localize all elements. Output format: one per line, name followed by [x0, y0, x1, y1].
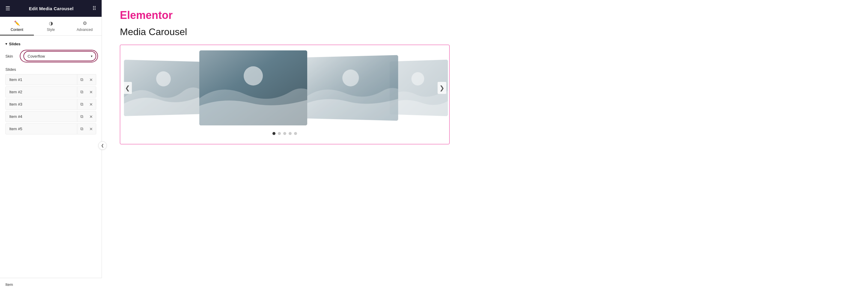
list-item: Item #1 ⧉ ✕: [0, 74, 102, 85]
carousel-dot-4[interactable]: [289, 132, 291, 135]
duplicate-item-1-button[interactable]: ⧉: [77, 75, 86, 85]
list-item: Item #5 ⧉ ✕: [0, 123, 102, 135]
carousel-dot-5[interactable]: [294, 132, 297, 135]
brand-title: Elementor: [120, 9, 853, 22]
style-tab-label: Style: [47, 28, 55, 32]
grid-icon[interactable]: ⠿: [92, 5, 96, 12]
skin-select-wrapper[interactable]: Default Coverflow Slideshow ▾: [23, 51, 96, 61]
carousel-container: ❮: [120, 45, 450, 144]
carousel-slide-right: [306, 55, 398, 121]
slides-section-label: Slides: [9, 42, 20, 46]
slide-item-4-name: Item #4: [5, 111, 77, 122]
content-tab-icon: ✏️: [14, 20, 20, 26]
hamburger-icon[interactable]: ☰: [5, 5, 10, 12]
advanced-tab-label: Advanced: [77, 28, 93, 32]
slide-item-5-actions: ⧉ ✕: [77, 123, 96, 135]
carousel-dot-1[interactable]: [273, 132, 275, 135]
slide-item-3-name: Item #3: [5, 99, 77, 110]
slide-item-5-name: Item #5: [5, 123, 77, 135]
panel-title: Edit Media Carousel: [29, 6, 73, 11]
skin-select[interactable]: Default Coverflow Slideshow: [28, 54, 87, 58]
duplicate-item-2-button[interactable]: ⧉: [77, 87, 86, 97]
tab-advanced[interactable]: ⚙ Advanced: [68, 17, 102, 35]
skin-label: Skin: [5, 54, 23, 58]
skin-row: Skin Default Coverflow Slideshow ▾: [0, 49, 102, 63]
content-tab-label: Content: [10, 28, 23, 32]
remove-item-4-button[interactable]: ✕: [86, 112, 96, 122]
remove-item-3-button[interactable]: ✕: [86, 99, 96, 110]
duplicate-item-5-button[interactable]: ⧉: [77, 124, 86, 134]
slides-sub-label: Slides: [0, 65, 102, 74]
tab-style[interactable]: ◑ Style: [34, 17, 68, 35]
collapse-sidebar-button[interactable]: ❮: [98, 141, 107, 150]
slide-item-4-actions: ⧉ ✕: [77, 111, 96, 122]
slide-image-center: [199, 50, 307, 125]
carousel-dot-2[interactable]: [278, 132, 281, 135]
duplicate-item-4-button[interactable]: ⧉: [77, 111, 86, 122]
carousel-next-button[interactable]: ❯: [438, 82, 446, 94]
sidebar-content: ▾ Slides Skin Default Coverflow Slidesho…: [0, 36, 102, 291]
list-item: Item #3 ⧉ ✕: [0, 99, 102, 110]
slide-image-right: [306, 55, 398, 121]
slide-image-far-left: [124, 60, 200, 116]
tab-content[interactable]: ✏️ Content: [0, 17, 34, 35]
slide-item-2-name: Item #2: [5, 86, 77, 97]
svg-point-3: [244, 66, 263, 86]
sidebar-header: ☰ Edit Media Carousel ⠿: [0, 0, 102, 17]
skin-chevron-icon: ▾: [91, 54, 93, 58]
style-tab-icon: ◑: [49, 20, 53, 26]
list-item: Item #2 ⧉ ✕: [0, 86, 102, 97]
sidebar: ☰ Edit Media Carousel ⠿ ✏️ Content ◑ Sty…: [0, 0, 102, 291]
section-collapse-arrow: ▾: [5, 42, 7, 46]
tabs-row: ✏️ Content ◑ Style ⚙ Advanced: [0, 17, 102, 36]
slide-item-2-actions: ⧉ ✕: [77, 86, 96, 97]
list-item: Item #4 ⧉ ✕: [0, 111, 102, 122]
carousel-page-title: Media Carousel: [120, 26, 853, 37]
carousel-slide-center: [199, 50, 307, 125]
carousel-dots: [123, 132, 447, 135]
remove-item-1-button[interactable]: ✕: [86, 75, 96, 85]
carousel-slide-far-left: [124, 60, 200, 116]
remove-item-5-button[interactable]: ✕: [86, 124, 96, 134]
main-inner: Elementor Media Carousel ❮: [102, 0, 868, 153]
main-content: Elementor Media Carousel ❮: [102, 0, 868, 291]
advanced-tab-icon: ⚙: [83, 20, 87, 26]
slides-section-header[interactable]: ▾ Slides: [0, 40, 102, 49]
bottom-bar: Item: [0, 278, 102, 291]
slides-wrapper: ❮: [123, 48, 447, 128]
slide-item-1-actions: ⧉ ✕: [77, 74, 96, 85]
duplicate-item-3-button[interactable]: ⧉: [77, 99, 86, 110]
bottom-bar-label: Item: [5, 282, 13, 287]
carousel-prev-button[interactable]: ❮: [123, 82, 132, 94]
remove-item-2-button[interactable]: ✕: [86, 87, 96, 97]
slide-item-1-name: Item #1: [5, 74, 77, 85]
slide-item-3-actions: ⧉ ✕: [77, 99, 96, 110]
carousel-dot-3[interactable]: [283, 132, 286, 135]
